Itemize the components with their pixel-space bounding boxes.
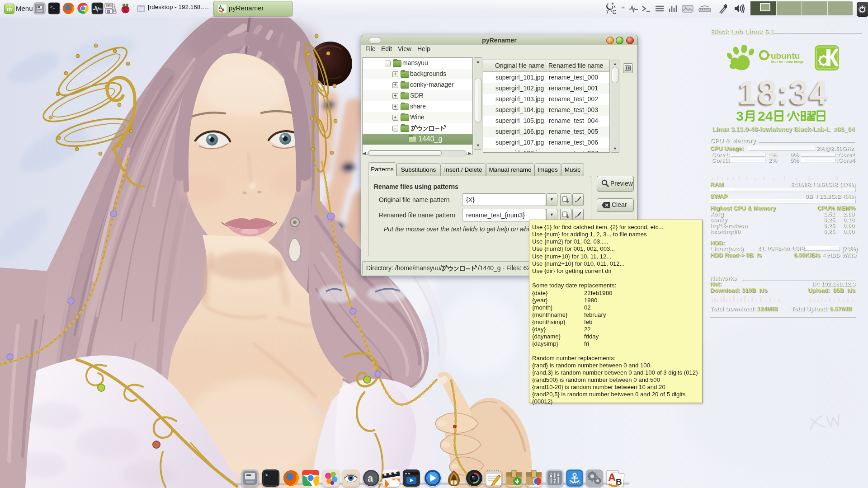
svg-text:linux for human beings: linux for human beings (771, 60, 804, 64)
svg-text:ubuntu: ubuntu (771, 51, 800, 61)
svg-text:3: 3 (736, 108, 744, 123)
svg-text:a: a (368, 473, 373, 484)
svg-text:24: 24 (758, 108, 773, 123)
svg-text:A: A (608, 471, 616, 483)
svg-text:>_: >_ (265, 473, 271, 478)
svg-text:>_: >_ (50, 5, 55, 9)
